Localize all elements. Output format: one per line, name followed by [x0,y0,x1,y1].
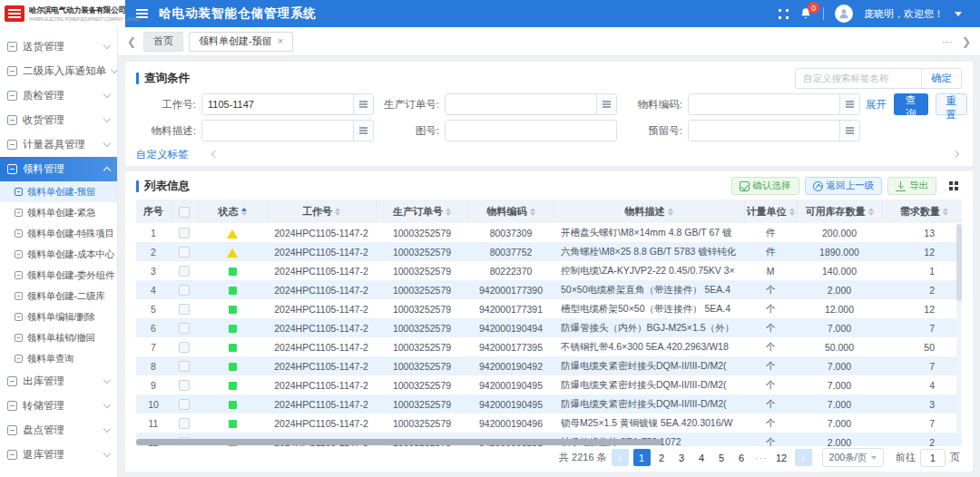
table-row[interactable]: 112024HPC1105-1147-210003252579942000190… [136,414,962,433]
column-header-stock[interactable]: 可用库存数量 [797,200,882,223]
table-row[interactable]: 52024HPC1105-1147-2100032525799420001773… [136,299,962,318]
table-row[interactable]: 22024HPC1105-1147-21000325257980037752六角… [136,242,962,261]
filter-select-icon[interactable] [839,94,859,114]
tab-create-reserve[interactable]: 领料单创建-预留× [189,32,293,52]
row-checkbox[interactable] [179,380,190,391]
welcome-text[interactable]: 庞晓明，欢迎您！ [864,7,944,21]
sidebar-item-delivery[interactable]: 送货管理 [0,34,117,59]
filter-select-icon[interactable] [839,121,859,141]
sidebar-subitem-create-reserve[interactable]: 领料单创建-预留 [0,181,117,202]
tag-confirm-button[interactable]: 确定 [921,69,961,88]
page-button-3[interactable]: 3 [673,449,691,466]
prev-page-button[interactable]: ‹ [612,449,629,466]
table-row[interactable]: 32024HPC1105-1147-21000325257980222370控制… [136,261,962,280]
page-button-1[interactable]: 1 [633,449,651,466]
goto-page-input[interactable] [920,449,946,467]
sidebar-item-return[interactable]: 退库管理 [0,443,117,467]
order-no-input[interactable] [446,94,596,114]
sidebar-subitem-query[interactable]: 领料单查询 [0,348,117,369]
chevron-down-icon[interactable] [955,12,962,16]
column-header-material-code[interactable]: 物料编码 [468,200,554,223]
tab-scroll-left-icon[interactable]: ❮ [127,35,136,48]
sidebar-subitem-create-secondary[interactable]: 领料单创建-二级库 [0,286,117,307]
pagination-ellipsis[interactable]: ··· [753,449,770,466]
chevron-right-icon[interactable] [952,151,959,158]
row-checkbox[interactable] [179,304,190,315]
back-upper-button[interactable]: 返回上一级 [805,177,883,195]
fullscreen-icon[interactable] [779,9,789,19]
row-checkbox[interactable] [179,285,190,296]
sort-icon[interactable] [668,208,673,216]
material-desc-input[interactable] [202,121,353,141]
sidebar-subitem-edit-delete[interactable]: 领料单编辑/删除 [0,307,117,327]
table-row[interactable]: 82024HPC1105-1147-2100032525799420001904… [136,356,962,375]
sidebar-subitem-create-outsourced[interactable]: 领料单创建-委外组件 [0,265,117,286]
row-checkbox[interactable] [179,342,190,353]
sort-icon[interactable] [446,208,451,216]
chevron-left-icon[interactable] [211,151,218,158]
sort-icon[interactable] [335,208,340,216]
sidebar-subitem-create-urgent[interactable]: 领料单创建-紧急 [0,202,117,223]
sidebar-item-quality[interactable]: 质检管理 [0,83,117,108]
row-checkbox[interactable] [179,399,190,410]
work-no-input[interactable] [202,94,353,114]
sidebar-item-transfer[interactable]: 转储管理 [0,394,117,418]
horizontal-scrollbar[interactable] [136,439,662,445]
sidebar-item-measuring-tools[interactable]: 计量器具管理 [0,132,117,157]
notifications-bell-icon[interactable]: 0 [799,7,812,20]
tab-home[interactable]: 首页 [143,32,183,52]
sidebar-toggle-icon[interactable] [136,9,148,11]
next-page-button[interactable]: › [795,449,812,466]
row-checkbox[interactable] [179,361,190,372]
filter-select-icon[interactable] [353,94,373,114]
page-button-5[interactable]: 5 [713,449,730,466]
row-checkbox[interactable] [179,228,190,238]
row-checkbox[interactable] [179,323,190,334]
sidebar-item-outbound[interactable]: 出库管理 [0,369,117,394]
reserve-no-input[interactable] [689,121,839,141]
reset-button[interactable]: 重置 [936,93,968,115]
tab-more-icon[interactable]: ··· [942,35,953,48]
sidebar-item-secondary-inbound-notice[interactable]: 二级库入库通知单 [0,59,117,83]
column-header-unit[interactable]: 计量单位 [744,200,797,223]
page-size-select[interactable]: 200条/页 [822,448,884,467]
custom-tag-link[interactable]: 自定义标签 [136,148,189,161]
table-row[interactable]: 12024HPC1105-1147-21000325257980037309开槽… [136,223,962,242]
row-checkbox[interactable] [179,247,190,258]
custom-tag-input[interactable] [796,73,921,83]
export-button[interactable]: 导出 [887,177,936,195]
column-header-demand[interactable]: 需求数量 [882,200,962,223]
sort-icon[interactable] [241,208,247,216]
page-button-2[interactable]: 2 [653,449,671,466]
select-all-checkbox[interactable] [179,207,190,218]
tab-scroll-right-icon[interactable]: ❯ [962,35,971,48]
material-code-input[interactable] [689,94,839,114]
sidebar-subitem-writeoff-recall[interactable]: 领料单核销/撤回 [0,327,117,348]
row-checkbox[interactable] [179,266,190,277]
sort-icon[interactable] [789,208,795,216]
sidebar-subitem-create-cost-center[interactable]: 领料单创建-成本中心 [0,244,117,265]
confirm-select-button[interactable]: 确认选择 [731,177,799,195]
sidebar-item-stocktake[interactable]: 盘点管理 [0,418,117,443]
filter-select-icon[interactable] [596,94,616,114]
table-row[interactable]: 42024HPC1105-1147-2100032525799420001773… [136,280,962,299]
close-icon[interactable]: × [278,36,283,46]
sort-icon[interactable] [943,208,948,216]
table-row[interactable]: 62024HPC1105-1147-2100032525799420001904… [136,318,962,337]
column-header-order-no[interactable]: 生产订单号 [376,200,468,223]
row-checkbox[interactable] [179,418,190,429]
table-row[interactable]: 92024HPC1105-1147-2100032525799420001904… [136,375,962,394]
table-row[interactable]: 102024HPC1105-1147-210003252579942000190… [136,394,962,414]
vertical-scrollbar[interactable] [956,224,962,437]
column-header-work-no[interactable]: 工作号 [267,200,376,223]
column-header-material-desc[interactable]: 物料描述 [554,200,744,223]
sidebar-item-picking[interactable]: 领料管理 [0,157,117,181]
sort-icon[interactable] [868,208,874,216]
expand-link[interactable]: 展开 [866,98,887,112]
drawing-no-input[interactable] [446,121,616,141]
column-settings-icon[interactable] [946,178,962,194]
column-header-status[interactable]: 状态 [198,200,267,223]
search-button[interactable]: 查询 [894,93,928,115]
page-button-6[interactable]: 6 [733,449,750,466]
page-button-4[interactable]: 4 [693,449,710,466]
